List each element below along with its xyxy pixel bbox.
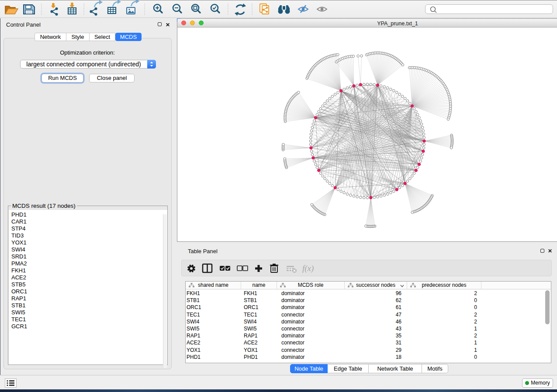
svg-text:f(x): f(x) xyxy=(302,264,314,273)
